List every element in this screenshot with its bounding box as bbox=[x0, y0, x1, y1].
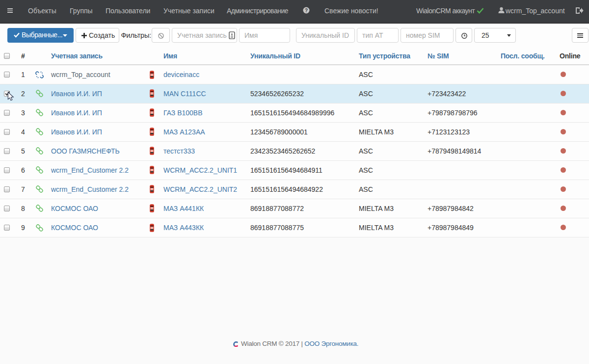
svg-text:?: ? bbox=[305, 8, 308, 13]
